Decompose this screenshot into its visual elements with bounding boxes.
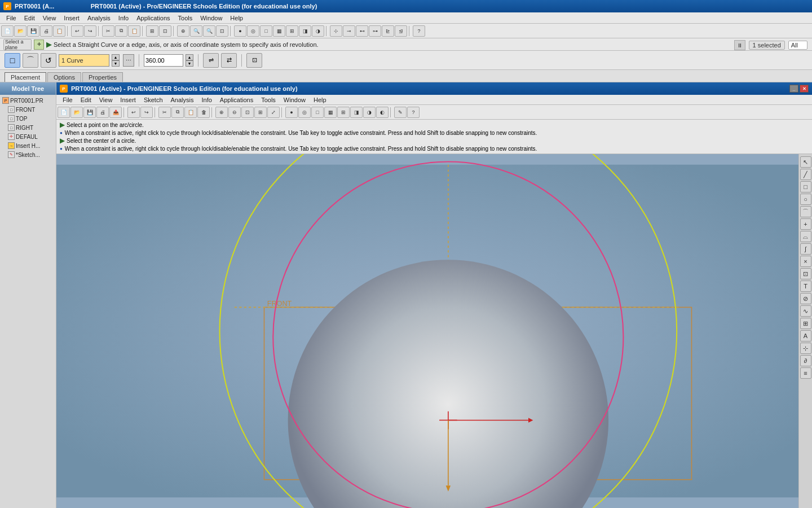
sidebar-item-insert[interactable]: → Insert H... <box>1 141 55 150</box>
smenu-analysis[interactable]: Analysis <box>167 96 198 104</box>
curve-up-btn[interactable]: ▲ <box>112 54 120 60</box>
stb-cut[interactable]: ✂ <box>158 107 171 118</box>
stb-render6[interactable]: ◨ <box>350 107 363 118</box>
rt-text[interactable]: T <box>800 281 811 292</box>
stb-render1[interactable]: ● <box>285 107 298 118</box>
sidebar-item-right[interactable]: □ RIGHT <box>1 123 55 132</box>
stb-render3[interactable]: □ <box>311 107 324 118</box>
curve-shape-arc[interactable]: ⌒ <box>23 53 38 68</box>
stb-copy[interactable]: ⧉ <box>171 107 184 118</box>
stb-sketch1[interactable]: ✎ <box>394 107 407 118</box>
tb-datum6[interactable]: ⊴ <box>395 25 407 37</box>
tb-view3[interactable]: 🔍 <box>203 25 215 37</box>
menu-tools[interactable]: Tools <box>174 14 197 23</box>
tb-render7[interactable]: ◑ <box>312 25 324 37</box>
stb-print[interactable]: 🖨 <box>96 107 109 118</box>
menu-applications[interactable]: Applications <box>133 14 174 23</box>
tb-paste[interactable]: 📋 <box>128 25 140 37</box>
stb-undo[interactable]: ↩ <box>127 107 140 118</box>
smenu-info[interactable]: Info <box>197 96 215 104</box>
angle-input[interactable] <box>144 54 183 67</box>
menu-edit[interactable]: Edit <box>20 14 39 23</box>
tb-render2[interactable]: ◎ <box>247 25 259 37</box>
stb-view5[interactable]: ⤢ <box>267 107 280 118</box>
menu-window[interactable]: Window <box>196 14 226 23</box>
subtab-options[interactable]: Options <box>47 72 81 82</box>
tb-redo[interactable]: ↪ <box>84 25 96 37</box>
stb-save[interactable]: 💾 <box>83 107 96 118</box>
smenu-file[interactable]: File <box>59 96 77 104</box>
stb-open[interactable]: 📂 <box>70 107 83 118</box>
rt-fillet[interactable]: ∿ <box>800 305 811 317</box>
curve-flip2-btn[interactable]: ⇄ <box>221 53 237 68</box>
menu-info[interactable]: Info <box>114 14 133 23</box>
rt-trim[interactable]: × <box>800 256 811 267</box>
angle-down-btn[interactable]: ▼ <box>186 60 193 67</box>
rt-more2[interactable]: ∂ <box>800 355 811 366</box>
stb-render4[interactable]: ▦ <box>324 107 337 118</box>
rt-point[interactable]: + <box>800 218 811 230</box>
curve-value-input[interactable]: 1 Curve <box>59 54 109 67</box>
stb-new[interactable]: 📄 <box>58 107 70 118</box>
tb-datum5[interactable]: ⊵ <box>382 25 394 37</box>
tb-orient[interactable]: ⊡ <box>159 25 171 37</box>
tb-view1[interactable]: ⊕ <box>177 25 189 37</box>
stb-render5[interactable]: ⊞ <box>337 107 350 118</box>
rt-conic[interactable]: ∫ <box>800 243 811 255</box>
curve-shape-circle[interactable]: ↺ <box>41 53 56 68</box>
smenu-edit[interactable]: Edit <box>77 96 95 104</box>
select-plane-icon[interactable]: Select a plane <box>3 39 32 50</box>
tb-save[interactable]: 💾 <box>27 25 39 37</box>
stb-view2[interactable]: ⊖ <box>228 107 241 118</box>
curve-shape-rect[interactable]: □ <box>5 53 20 68</box>
tb-datum1[interactable]: ⊹ <box>330 25 342 37</box>
rt-more3[interactable]: ≡ <box>800 367 811 379</box>
smenu-help[interactable]: Help <box>310 96 330 104</box>
angle-up-btn[interactable]: ▲ <box>186 54 193 60</box>
tb-view2[interactable]: 🔍 <box>190 25 202 37</box>
tb-render1[interactable]: ● <box>234 25 246 37</box>
rt-rectangle[interactable]: □ <box>800 181 811 192</box>
sidebar-item-top[interactable]: □ TOP <box>1 114 55 123</box>
smenu-sketch[interactable]: Sketch <box>140 96 167 104</box>
curve-down-btn[interactable]: ▼ <box>112 60 120 67</box>
rt-mirror[interactable]: ⊡ <box>800 268 811 279</box>
close-button[interactable]: ✕ <box>800 85 809 93</box>
menu-help[interactable]: Help <box>226 14 247 23</box>
minimize-button[interactable]: _ <box>789 85 798 93</box>
stb-redo[interactable]: ↪ <box>140 107 153 118</box>
sidebar-item-sketch[interactable]: ✎ *Sketch... <box>1 150 55 159</box>
stb-view3[interactable]: ⊡ <box>241 107 254 118</box>
smenu-tools[interactable]: Tools <box>257 96 280 104</box>
tb-render3[interactable]: □ <box>260 25 272 37</box>
smenu-view[interactable]: View <box>95 96 117 104</box>
tb-copy[interactable]: ⧉ <box>115 25 127 37</box>
stb-view4[interactable]: ⊞ <box>254 107 267 118</box>
pause-button[interactable]: ⏸ <box>734 40 745 50</box>
sidebar-item-prt[interactable]: P PRT0001.PR <box>1 96 55 105</box>
stb-render8[interactable]: ◐ <box>376 107 389 118</box>
rt-offset[interactable]: ⊘ <box>800 293 811 304</box>
subtab-placement[interactable]: Placement <box>5 72 46 82</box>
rt-line[interactable]: ╱ <box>800 169 811 180</box>
tb-help[interactable]: ? <box>413 25 425 37</box>
rt-circle[interactable]: ○ <box>800 194 811 205</box>
stb-export[interactable]: 📤 <box>109 107 122 118</box>
sidebar-item-front[interactable]: □ FRONT <box>1 105 55 114</box>
stb-sketch2[interactable]: ? <box>407 107 420 118</box>
menu-view[interactable]: View <box>39 14 60 23</box>
stb-del[interactable]: 🗑 <box>197 107 210 118</box>
stb-render2[interactable]: ◎ <box>298 107 311 118</box>
tb-render6[interactable]: ◨ <box>299 25 311 37</box>
curve-options-btn[interactable]: ⋯ <box>123 54 134 67</box>
rt-arc[interactable]: ⌒ <box>800 206 811 217</box>
stb-view1[interactable]: ⊕ <box>215 107 228 118</box>
tb-render4[interactable]: ▦ <box>273 25 285 37</box>
smenu-applications[interactable]: Applications <box>216 96 257 104</box>
sidebar-item-default[interactable]: ✛ DEFAUL <box>1 132 55 141</box>
tb-undo[interactable]: ↩ <box>71 25 83 37</box>
rt-constraints[interactable]: ⊞ <box>800 318 811 329</box>
tb-view4[interactable]: ⊡ <box>216 25 228 37</box>
smenu-insert[interactable]: Insert <box>116 96 140 104</box>
stb-render7[interactable]: ◑ <box>363 107 376 118</box>
